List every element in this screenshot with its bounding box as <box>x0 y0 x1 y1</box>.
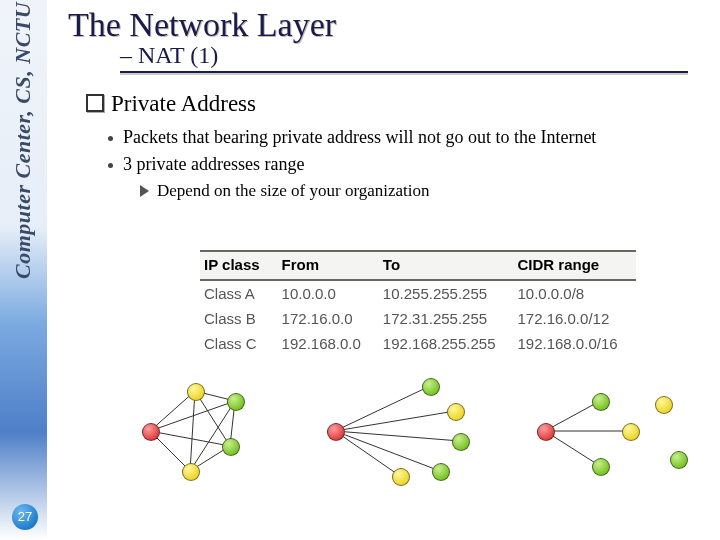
node-icon <box>182 463 200 481</box>
sub-bullet-2: 3 private addresses range <box>123 154 304 174</box>
node-icon <box>222 438 240 456</box>
node-icon <box>327 423 345 441</box>
node-icon <box>447 403 465 421</box>
svg-line-14 <box>335 431 400 476</box>
dot-bullet-icon <box>108 136 113 141</box>
table-header: To <box>379 251 514 280</box>
table-header: CIDR range <box>513 251 635 280</box>
ip-class-table: IP class From To CIDR range Class A 10.0… <box>200 250 636 356</box>
node-icon <box>622 423 640 441</box>
sub-bullet-1: Packets that bearing private address wil… <box>123 127 596 147</box>
bullet-level2: Packets that bearing private address wil… <box>108 127 710 201</box>
table-row: Class B 172.16.0.0 172.31.255.255 172.16… <box>200 306 636 331</box>
svg-line-12 <box>335 431 460 441</box>
table-row: Class A 10.0.0.0 10.255.255.255 10.0.0.0… <box>200 280 636 306</box>
table-cell: 192.168.0.0/16 <box>513 331 635 356</box>
node-icon <box>592 393 610 411</box>
triangle-bullet-icon <box>140 185 149 197</box>
square-bullet-icon <box>86 94 104 112</box>
slide-title: The Network Layer <box>68 6 710 44</box>
table-header: From <box>278 251 379 280</box>
table-header: IP class <box>200 251 278 280</box>
svg-line-8 <box>190 401 235 471</box>
node-icon <box>452 433 470 451</box>
svg-line-6 <box>190 391 195 471</box>
node-icon <box>670 451 688 469</box>
page-number-badge: 27 <box>12 504 38 530</box>
table-cell: 172.16.0.0 <box>278 306 379 331</box>
node-icon <box>655 396 673 414</box>
node-icon <box>392 468 410 486</box>
node-icon <box>537 423 555 441</box>
table-cell: 192.168.0.0 <box>278 331 379 356</box>
table-cell: 10.0.0.0/8 <box>513 280 635 306</box>
table-cell: 172.16.0.0/12 <box>513 306 635 331</box>
svg-line-13 <box>335 431 440 471</box>
svg-line-11 <box>335 411 455 431</box>
node-icon <box>142 423 160 441</box>
table-cell: 10.0.0.0 <box>278 280 379 306</box>
svg-line-10 <box>335 386 430 431</box>
table-row: Class C 192.168.0.0 192.168.255.255 192.… <box>200 331 636 356</box>
dot-bullet-icon <box>108 163 113 168</box>
table-cell: Class B <box>200 306 278 331</box>
node-icon <box>422 378 440 396</box>
node-icon <box>432 463 450 481</box>
svg-line-2 <box>150 431 230 446</box>
slide-content: The Network Layer – NAT (1) Private Addr… <box>60 0 710 201</box>
node-icon <box>187 383 205 401</box>
slide-subtitle: – NAT (1) <box>120 42 688 73</box>
table-cell: Class A <box>200 280 278 306</box>
network-topology-figure <box>130 376 690 486</box>
table-cell: 172.31.255.255 <box>379 306 514 331</box>
table-cell: 192.168.255.255 <box>379 331 514 356</box>
node-icon <box>592 458 610 476</box>
node-icon <box>227 393 245 411</box>
bullet-level1: Private Address <box>86 91 710 117</box>
table-cell: 10.255.255.255 <box>379 280 514 306</box>
bullet1-text: Private Address <box>111 91 256 116</box>
sub-bullet-2a: Depend on the size of your organization <box>157 181 430 200</box>
sidebar-gradient: Computer Center, CS, NCTU <box>0 0 47 540</box>
table-cell: Class C <box>200 331 278 356</box>
sidebar-affiliation: Computer Center, CS, NCTU <box>10 2 36 362</box>
